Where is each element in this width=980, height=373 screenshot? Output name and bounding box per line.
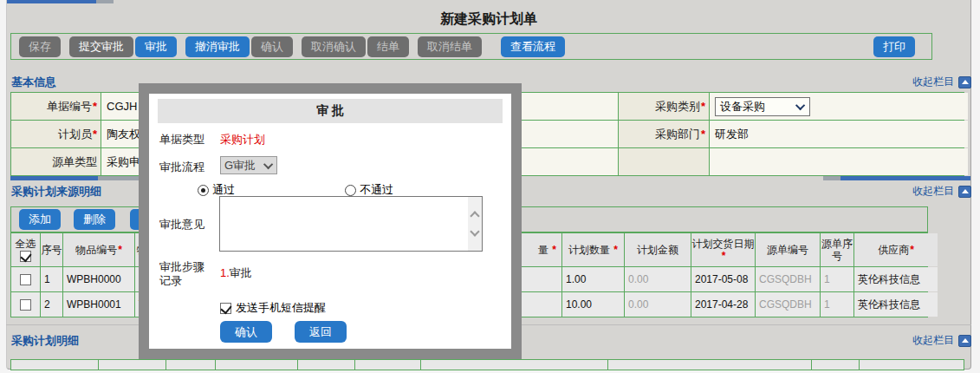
cancel-approval-button[interactable]: 撤消审批 (185, 36, 250, 57)
collapse-up-icon[interactable] (958, 186, 971, 198)
doc-type-value: 采购计划 (220, 132, 265, 147)
plan-amount-cell: 0.00 (625, 267, 691, 291)
plan-qty-cell: 1.00 (562, 267, 624, 291)
save-button[interactable]: 保存 (19, 36, 61, 57)
purchase-category-cell: 设备采购 (710, 93, 968, 120)
source-no-cell: CGSQDBH (756, 267, 820, 291)
col-plan-qty: 计划数量 * (562, 233, 624, 266)
view-process-button[interactable]: 查看流程 (501, 36, 565, 57)
radio-unselected-icon[interactable] (345, 185, 356, 196)
row-checkbox-cell (11, 267, 40, 291)
collapse-up-icon[interactable] (958, 76, 971, 88)
add-row-button[interactable]: 添加 (19, 209, 61, 230)
app-window: 新建采购计划单 保存 提交审批 审批 撤消审批 确认 取消确认 结单 取消结单 … (0, 0, 980, 373)
basic-info-collapse[interactable]: 收起栏目 (866, 75, 971, 89)
purchase-category-select[interactable]: 设备采购 (715, 97, 810, 116)
scroll-up-icon[interactable] (470, 211, 479, 220)
plan-qty-cell: 10.00 (562, 292, 624, 317)
section-divider-blue2 (840, 176, 970, 180)
supplier-cell: 英伦科技信息 (854, 292, 938, 317)
col-source-no: 源单编号 (756, 233, 820, 266)
source-no-cell: CGSQDBH (756, 292, 820, 317)
row-checkbox-cell (11, 292, 40, 317)
plan-detail-collapse[interactable]: 收起栏目 (866, 333, 971, 348)
col-plan-amount: 计划金额 (625, 233, 691, 266)
approval-step-value: 1.审批 (220, 265, 252, 281)
dialog-confirm-button[interactable]: 确认 (220, 321, 272, 343)
source-seq-cell: 1 (821, 292, 853, 317)
top-accent-bar (7, 0, 96, 3)
textarea-scrollbar[interactable] (468, 197, 482, 251)
empty-label-cell (619, 148, 709, 175)
sms-checkbox[interactable] (220, 303, 231, 314)
col-supplier: 供应商* (854, 233, 938, 266)
print-button[interactable]: 打印 (873, 36, 915, 57)
source-seq-cell: 1 (821, 267, 853, 291)
plan-detail-section-title: 采购计划明细 (11, 333, 79, 349)
page-title: 新建采购计划单 (6, 10, 971, 29)
empty-value-cell (710, 148, 968, 175)
sms-label: 发送手机短信提醒 (236, 300, 326, 316)
chevron-down-icon (795, 100, 805, 109)
item-code-cell: WPBH0000 (63, 267, 134, 291)
supplier-cell: 英伦科技信息 (854, 267, 938, 291)
opinion-label: 审批意见 (159, 217, 204, 232)
dialog-back-button[interactable]: 返回 (295, 321, 347, 343)
planner-label: 计划员* (11, 121, 101, 147)
delivery-date-cell: 2017-04-28 (691, 292, 755, 317)
source-detail-collapse[interactable]: 收起栏目 (866, 184, 971, 199)
row-checkbox[interactable] (20, 274, 31, 285)
source-type-label: 源单类型 (11, 148, 101, 175)
sms-reminder-option[interactable]: 发送手机短信提醒 (220, 300, 326, 316)
cancel-confirm-button[interactable]: 取消确认 (302, 36, 366, 57)
scroll-down-icon[interactable] (470, 226, 479, 236)
top-accent-bar-gray (96, 0, 114, 3)
select-all-checkbox[interactable] (20, 251, 31, 262)
purchase-category-label: 采购类别* (619, 93, 709, 120)
plan-detail-table-clipped (10, 359, 964, 370)
purchase-dept-label: 采购部门* (619, 121, 709, 147)
purchase-dept-value: 研发部 (710, 121, 968, 147)
plan-amount-cell: 0.00 (625, 292, 691, 317)
col-source-seq: 源单序号 (821, 233, 853, 266)
cancel-close-order-button[interactable]: 取消结单 (418, 36, 482, 57)
delete-row-button[interactable]: 删除 (74, 209, 115, 230)
chevron-down-icon (263, 159, 273, 168)
delivery-date-cell: 2017-05-08 (691, 267, 755, 291)
collapse-label: 收起栏目 (912, 75, 954, 89)
section-divider-gray (98, 176, 139, 180)
row-checkbox[interactable] (20, 299, 31, 311)
submit-approval-button[interactable]: 提交审批 (69, 36, 133, 57)
col-item-code: 物品编号* (63, 233, 134, 266)
section-divider-blue (10, 176, 98, 180)
source-detail-section-title: 采购计划来源明细 (11, 184, 101, 200)
section-divider-gray2 (823, 176, 840, 180)
approve-button[interactable]: 审批 (135, 36, 177, 57)
col-select-all: 全选 (11, 233, 40, 266)
seq-cell: 1 (41, 267, 62, 291)
approval-flow-select[interactable]: G审批 (220, 156, 277, 174)
seq-cell: 2 (41, 292, 62, 317)
dialog-title: 审 批 (158, 99, 503, 123)
approval-steps-label: 审批步骤记录 (159, 260, 213, 288)
close-order-button[interactable]: 结单 (367, 36, 409, 57)
doc-no-label: 单据编号* (11, 93, 101, 120)
confirm-button[interactable]: 确认 (251, 36, 293, 57)
opinion-textarea[interactable] (219, 196, 483, 252)
col-delivery-date: 计划交货日期* (691, 233, 755, 266)
radio-selected-icon[interactable] (198, 185, 209, 196)
doc-type-label: 单据类型 (159, 132, 204, 147)
approval-dialog: 审 批 单据类型 采购计划 审批流程 G审批 通过 不通过 审批意见 (139, 83, 522, 359)
basic-info-section-title: 基本信息 (11, 75, 56, 90)
collapse-label: 收起栏目 (912, 184, 954, 199)
item-code-cell: WPBH0001 (63, 292, 134, 317)
col-seq: 序号 (41, 233, 62, 266)
collapse-label: 收起栏目 (912, 333, 954, 348)
approval-flow-label: 审批流程 (159, 160, 204, 175)
collapse-up-icon[interactable] (958, 335, 971, 347)
